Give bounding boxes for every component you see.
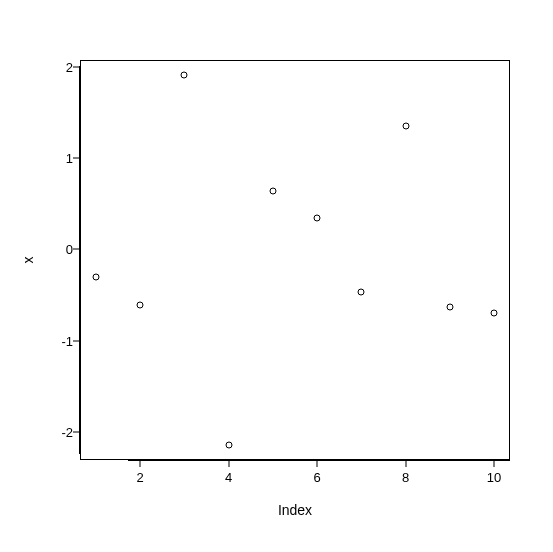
x-tick-label: 6 [313,470,320,485]
x-tick-label: 8 [402,470,409,485]
data-point [181,71,188,78]
x-tick-label: 10 [487,470,501,485]
y-tick-label: -2 [48,425,73,440]
scatter-plot: -2-1012 246810 x Index [0,0,553,552]
y-tick-label: 0 [48,242,73,257]
data-point [358,289,365,296]
data-point [269,187,276,194]
data-point [491,310,498,317]
data-point [225,442,232,449]
y-tick [73,66,80,67]
x-tick [140,460,141,467]
x-tick [405,460,406,467]
y-tick [73,432,80,433]
x-tick-label: 4 [225,470,232,485]
data-point [92,273,99,280]
y-axis-line [79,66,80,454]
data-point [137,302,144,309]
y-tick-label: 2 [48,59,73,74]
data-point [314,215,321,222]
y-tick [73,158,80,159]
y-tick [73,249,80,250]
x-axis-label: Index [278,502,312,518]
x-axis-line [128,460,510,461]
x-tick-label: 2 [137,470,144,485]
x-tick [317,460,318,467]
x-tick [494,460,495,467]
data-point [402,123,409,130]
y-tick-label: 1 [48,151,73,166]
x-tick [228,460,229,467]
y-tick [73,340,80,341]
data-point [446,304,453,311]
y-axis-label: x [20,257,36,264]
plot-area [80,60,510,460]
y-tick-label: -1 [48,333,73,348]
